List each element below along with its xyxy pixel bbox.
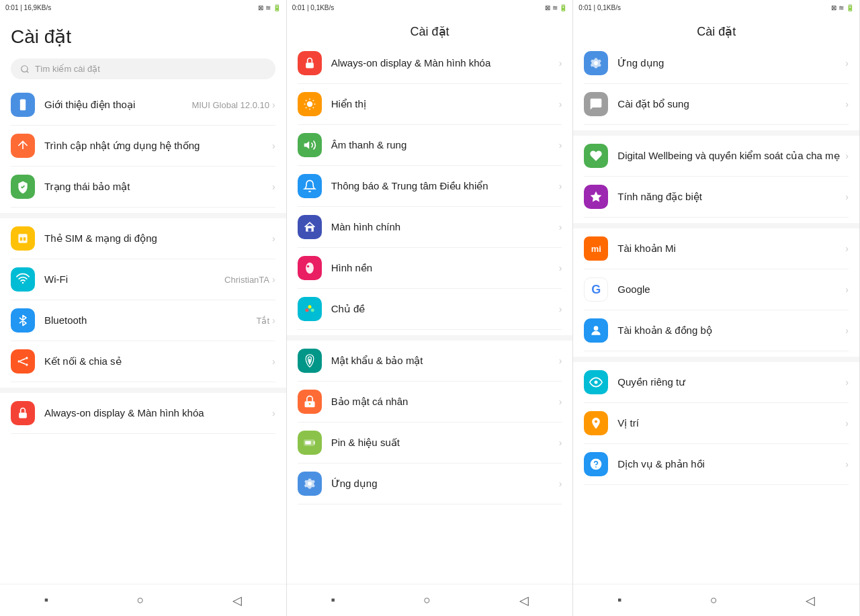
chevron-icon: › (272, 233, 275, 244)
item-content: Hình nền (331, 261, 559, 275)
settings-section: Quyền riêng tư › Vị trí › Dịch vụ & phản… (573, 362, 859, 485)
settings-item-accounts[interactable]: Tài khoản & đồng bộ › (573, 310, 859, 351)
svg-rect-5 (24, 237, 26, 240)
phone-panel-panel2: 0:01 | 0,1KB/s ⊠ ≋ 🔋 Cài đặt Always-on d… (287, 0, 574, 616)
nav-back[interactable]: ◁ (519, 593, 529, 608)
chevron-icon: › (272, 99, 275, 110)
item-label: Tính năng đặc biệt (617, 190, 845, 204)
status-right: ⊠ ≋ 🔋 (258, 4, 281, 11)
settings-item-battery[interactable]: Pin & hiệu suất › (287, 423, 573, 463)
divider (584, 351, 849, 351)
settings-item-privacy3[interactable]: Quyền riêng tư › (573, 362, 859, 402)
svg-rect-11 (306, 62, 314, 68)
settings-item-bluetooth[interactable]: Bluetooth Tắt › (0, 300, 286, 341)
nav-bar: ▪ ○ ◁ (573, 584, 859, 616)
nav-back[interactable]: ◁ (232, 593, 242, 608)
item-content: Giới thiệu điện thoại (44, 98, 191, 112)
settings-item-mi[interactable]: mi Tài khoản Mi › (573, 228, 859, 269)
item-label: Giới thiệu điện thoại (44, 98, 191, 112)
section-divider (573, 130, 859, 136)
status-right: ⊠ ≋ 🔋 (545, 4, 568, 11)
chevron-icon: › (845, 459, 849, 470)
settings-item-wallpaper[interactable]: Hình nền › (287, 248, 573, 288)
settings-item-always-on[interactable]: Always-on display & Màn hình khóa › (0, 393, 286, 433)
nav-home[interactable]: ○ (423, 593, 431, 607)
section-divider (0, 213, 286, 218)
section-divider (573, 357, 859, 362)
item-label: Wi-Fi (44, 273, 224, 286)
item-content: Ứng dụng (617, 56, 845, 70)
item-label: Kết nối & chia sẻ (44, 355, 272, 368)
settings-item-additional[interactable]: Cài đặt bổ sung › (573, 84, 859, 124)
settings-item-location[interactable]: Vị trí › (573, 403, 859, 443)
status-time: 0:01 | 0,1KB/s (292, 4, 335, 11)
settings-item-about[interactable]: Giới thiệu điện thoại MIUI Global 12.0.1… (0, 85, 286, 125)
item-content: Hiển thị (331, 97, 559, 111)
chevron-icon: › (559, 222, 562, 232)
item-value: MIUI Global 12.0.10 (191, 100, 269, 110)
nav-home[interactable]: ○ (710, 593, 718, 607)
item-content: Always-on display & Màn hình khóa (331, 56, 559, 70)
settings-item-security[interactable]: Trạng thái bảo mật › (0, 167, 286, 207)
item-content: Tính năng đặc biệt (617, 190, 845, 204)
item-label: Hình nền (331, 261, 559, 275)
status-time: 0:01 | 16,9KB/s (5, 4, 51, 11)
svg-point-9 (26, 363, 28, 365)
item-label: Bảo mật cá nhân (331, 395, 559, 408)
section-divider (0, 388, 286, 393)
item-label: Bluetooth (44, 314, 256, 327)
nav-recents[interactable]: ▪ (331, 593, 335, 607)
settings-item-display[interactable]: Hiển thị › (287, 84, 573, 124)
divider (584, 124, 849, 125)
chevron-icon: › (272, 274, 275, 285)
settings-item-feedback[interactable]: Dịch vụ & phản hồi › (573, 444, 859, 484)
item-value: Tắt (256, 316, 269, 326)
svg-point-7 (18, 360, 20, 362)
nav-recents[interactable]: ▪ (44, 593, 48, 607)
settings-section: Thẻ SIM & mạng di động › Wi-Fi Christian… (0, 218, 286, 382)
settings-item-apps2[interactable]: Ứng dụng › (287, 464, 573, 504)
nav-bar: ▪ ○ ◁ (0, 584, 286, 616)
settings-item-special[interactable]: Tính năng đặc biệt › (573, 177, 859, 217)
chevron-icon: › (845, 58, 849, 69)
settings-item-wifi[interactable]: Wi-Fi ChristianTA › (0, 259, 286, 300)
chevron-icon: › (272, 181, 275, 192)
item-label: Chủ đề (331, 302, 559, 316)
item-label: Pin & hiệu suất (331, 436, 559, 449)
svg-point-25 (595, 420, 597, 423)
divider (584, 217, 849, 218)
settings-item-home[interactable]: Màn hình chính › (287, 207, 573, 247)
settings-item-privacy2[interactable]: Bảo mật cá nhân › (287, 382, 573, 422)
settings-item-notif[interactable]: Thông báo & Trung tâm Điều khiển › (287, 166, 573, 206)
item-content: Quyền riêng tư (617, 376, 845, 389)
nav-home[interactable]: ○ (137, 593, 144, 607)
settings-item-always-on2[interactable]: Always-on display & Màn hình khóa › (287, 43, 573, 83)
search-bar[interactable]: Tìm kiếm cài đặt (11, 58, 275, 79)
settings-item-password[interactable]: Mật khẩu & bảo mật › (287, 341, 573, 381)
nav-back[interactable]: ◁ (806, 593, 815, 608)
divider (11, 207, 275, 208)
item-label: Thông báo & Trung tâm Điều khiển (331, 179, 559, 193)
item-content: Kết nối & chia sẻ (44, 355, 272, 368)
settings-item-apps3[interactable]: Ứng dụng › (573, 43, 859, 83)
page-title: Cài đặt (287, 15, 573, 43)
settings-item-wellbeing[interactable]: Digital Wellbeing và quyền kiểm soát của… (573, 136, 859, 176)
settings-item-sim[interactable]: Thẻ SIM & mạng di động › (0, 218, 286, 259)
svg-point-24 (595, 381, 598, 384)
settings-item-sound[interactable]: Âm thanh & rung › (287, 125, 573, 165)
item-label: Cài đặt bổ sung (617, 97, 845, 111)
settings-list: Giới thiệu điện thoại MIUI Global 12.0.1… (0, 85, 286, 584)
item-content: Dịch vụ & phản hồi (617, 457, 845, 471)
item-label: Tài khoản & đồng bộ (617, 324, 845, 337)
phone-panel-panel1: 0:01 | 16,9KB/s ⊠ ≋ 🔋 Cài đặt Tìm kiếm c… (0, 0, 287, 616)
settings-item-share[interactable]: Kết nối & chia sẻ › (0, 341, 286, 382)
nav-recents[interactable]: ▪ (617, 593, 621, 607)
settings-section: mi Tài khoản Mi › G Google › Tài khoản &… (573, 228, 859, 351)
svg-point-12 (307, 101, 312, 107)
chevron-icon: › (845, 284, 849, 295)
settings-item-update[interactable]: Trình cập nhật ứng dụng hệ thống › (0, 126, 286, 166)
settings-item-theme[interactable]: Chủ đề › (287, 289, 573, 329)
status-right: ⊠ ≋ 🔋 (831, 4, 854, 11)
item-content: Bluetooth (44, 314, 256, 327)
settings-item-google[interactable]: G Google › (573, 269, 859, 310)
